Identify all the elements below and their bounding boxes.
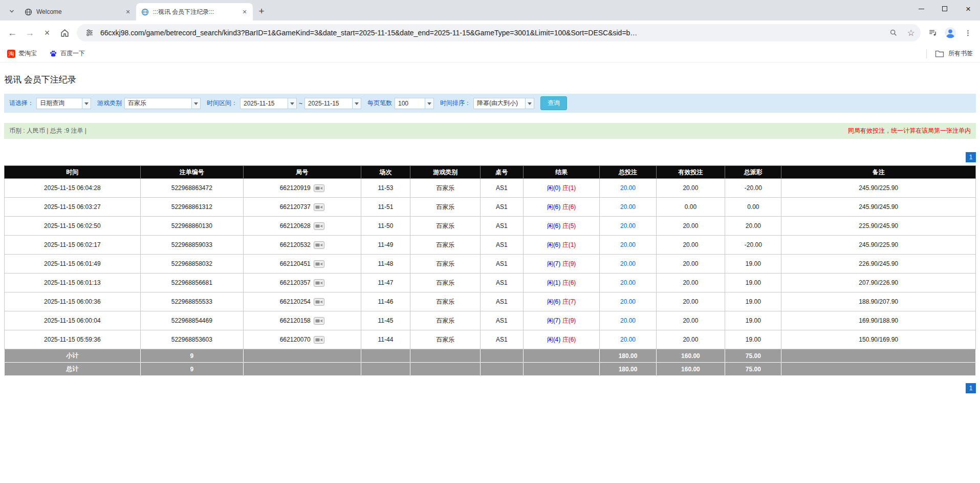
per-page-select[interactable]: 100 [395, 98, 434, 109]
game-type-select[interactable]: 百家乐 [124, 98, 201, 109]
video-replay-icon[interactable] [314, 184, 324, 192]
cell-session: 11-46 [361, 292, 410, 311]
video-replay-icon[interactable] [314, 298, 324, 306]
pagination-page-1[interactable]: 1 [966, 152, 976, 162]
tab-welcome[interactable]: Welcome × [19, 3, 136, 20]
round-number: 662120357 [280, 279, 311, 286]
bookmark-baidu[interactable]: 百度一下 [49, 49, 85, 58]
cell-round: 662120919 [243, 179, 361, 198]
total-bet-link[interactable]: 20.00 [620, 203, 636, 211]
total-valid-bet: 160.00 [656, 363, 725, 376]
close-tab-icon[interactable]: × [241, 8, 249, 16]
video-replay-icon[interactable] [314, 336, 324, 344]
address-bar[interactable]: 66cxkj98.com/game/betrecord_search/kind3… [77, 24, 921, 41]
stop-loading-button[interactable]: × [39, 25, 55, 41]
forward-button[interactable]: → [21, 25, 38, 41]
cell-game-type: 百家乐 [410, 311, 481, 330]
total-bet-link[interactable]: 20.00 [620, 241, 636, 248]
media-controls-icon[interactable] [925, 25, 941, 41]
cell-time: 2025-11-15 06:02:50 [5, 217, 141, 236]
date-start-select[interactable]: 2025-11-15 [240, 98, 297, 109]
chevron-down-icon[interactable] [288, 98, 296, 109]
cell-valid-bet: 0.00 [656, 198, 725, 217]
menu-kebab-icon[interactable] [960, 25, 976, 41]
bookmark-star-icon[interactable]: ☆ [904, 26, 918, 39]
taobao-icon: 淘 [7, 50, 15, 58]
cell-payout: 0.00 [725, 198, 781, 217]
round-number: 662120919 [280, 184, 311, 192]
cell-total-bet: 20.00 [600, 274, 656, 292]
total-bet-link[interactable]: 20.00 [620, 222, 636, 229]
close-tab-icon[interactable]: × [124, 8, 132, 16]
cell-note: 150.90/169.90 [781, 330, 976, 349]
cell-result: 闲(0) 庄(1) [523, 179, 600, 198]
zoom-icon[interactable] [887, 26, 900, 39]
minimize-button[interactable] [909, 0, 933, 17]
per-page-value: 100 [395, 98, 425, 109]
maximize-button[interactable] [933, 0, 956, 17]
cell-session: 11-51 [361, 198, 410, 217]
bookmark-taobao[interactable]: 淘 爱淘宝 [7, 49, 37, 58]
cell-table-no: AS1 [481, 217, 524, 236]
search-button[interactable]: 查询 [540, 96, 567, 110]
cell-bet-id: 522968858032 [140, 255, 243, 274]
back-button[interactable]: ← [4, 25, 20, 41]
new-tab-button[interactable]: + [255, 5, 268, 18]
home-button[interactable] [56, 25, 73, 41]
url-text[interactable]: 66cxkj98.com/game/betrecord_search/kind3… [100, 29, 883, 37]
video-replay-icon[interactable] [314, 279, 324, 287]
cell-round: 662120532 [243, 236, 361, 255]
cell-payout: 19.00 [725, 274, 781, 292]
cell-result: 闲(6) 庄(7) [523, 292, 600, 311]
person-icon [944, 27, 956, 39]
subtotal-total-bet: 180.00 [600, 349, 656, 363]
video-replay-icon[interactable] [314, 203, 324, 211]
tab-betrecord[interactable]: :::视讯 会员下注纪录::: × [136, 3, 253, 20]
sort-select[interactable]: 降幂(由大到小) [473, 98, 534, 109]
chevron-down-icon[interactable] [191, 98, 200, 109]
bookmarks-bar: 淘 爱淘宝 百度一下 所有书签 [0, 45, 980, 62]
cell-session: 11-48 [361, 255, 410, 274]
query-type-select[interactable]: 日期查询 [36, 98, 91, 109]
video-replay-icon[interactable] [314, 317, 324, 325]
video-replay-icon[interactable] [314, 260, 324, 268]
table-row: 2025-11-15 06:02:17522968859033662120532… [5, 236, 976, 255]
empty-cell [361, 349, 410, 363]
total-bet-link[interactable]: 20.00 [620, 184, 636, 192]
close-button[interactable]: × [956, 0, 980, 17]
result-banker: 庄(9) [562, 317, 576, 324]
site-info-icon[interactable] [83, 26, 96, 39]
cell-game-type: 百家乐 [410, 255, 481, 274]
video-replay-icon[interactable] [314, 241, 324, 249]
total-bet-link[interactable]: 20.00 [620, 298, 636, 305]
result-player: 闲(4) [547, 336, 561, 343]
chevron-down-icon[interactable] [82, 98, 91, 109]
date-end-select[interactable]: 2025-11-15 [304, 98, 361, 109]
all-bookmarks[interactable]: 所有书签 [926, 49, 973, 58]
profile-avatar[interactable] [942, 25, 959, 41]
pagination-page-1[interactable]: 1 [966, 383, 976, 393]
chevron-down-icon[interactable] [425, 98, 433, 109]
tab-search-chevron-icon[interactable] [5, 5, 18, 18]
result-player: 闲(7) [547, 317, 561, 324]
total-bet-link[interactable]: 20.00 [620, 279, 636, 286]
per-page-label: 每页笔数 [367, 99, 392, 108]
cell-result: 闲(4) 庄(6) [523, 330, 600, 349]
total-bet-link[interactable]: 20.00 [620, 336, 636, 343]
cell-table-no: AS1 [481, 198, 524, 217]
header-result: 结果 [523, 166, 600, 179]
header-session: 场次 [361, 166, 410, 179]
header-payout: 总派彩 [725, 166, 781, 179]
video-replay-icon[interactable] [314, 222, 324, 230]
chevron-down-icon[interactable] [525, 98, 534, 109]
cell-result: 闲(7) 庄(9) [523, 255, 600, 274]
chevron-down-icon[interactable] [352, 98, 361, 109]
total-bet-link[interactable]: 20.00 [620, 317, 636, 324]
total-total-bet: 180.00 [600, 363, 656, 376]
cell-round: 662120737 [243, 198, 361, 217]
browser-toolbar: ← → × 66cxkj98.com/game/betrecord_search… [0, 20, 980, 45]
total-bet-link[interactable]: 20.00 [620, 260, 636, 267]
table-header-row: 时间 注单编号 局号 场次 游戏类别 桌号 结果 总投注 有效投注 总派彩 备注 [5, 166, 976, 179]
cell-table-no: AS1 [481, 274, 524, 292]
cell-game-type: 百家乐 [410, 236, 481, 255]
